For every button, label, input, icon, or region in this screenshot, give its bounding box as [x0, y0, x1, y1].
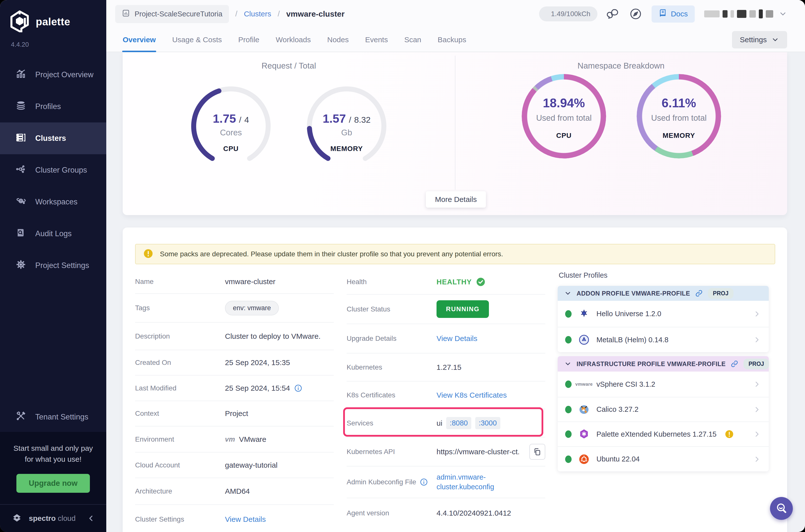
tab-workloads[interactable]: Workloads: [276, 28, 311, 52]
pack-status-dot: [565, 406, 572, 413]
chevron-right-icon: [753, 336, 761, 344]
detail-label: Environment: [135, 435, 225, 443]
breadcrumb-clusters-link[interactable]: Clusters: [244, 10, 271, 18]
tab-label: Profile: [238, 36, 260, 44]
link-icon[interactable]: [695, 289, 703, 297]
service-port-8080-link[interactable]: :8080: [446, 417, 471, 429]
detail-row-kubernetes: Kubernetes 1.27.15: [347, 354, 545, 381]
tab-scan[interactable]: Scan: [404, 28, 421, 52]
cluster-settings-view-details-link[interactable]: View Details: [225, 515, 266, 524]
sidebar-item-label: Workspaces: [35, 197, 77, 206]
redacted-block: [766, 10, 773, 18]
chevron-right-icon: [753, 380, 761, 388]
link-icon[interactable]: [730, 360, 739, 368]
warning-text: Some packs are deprecated. Please update…: [160, 250, 503, 258]
detail-label: Architecture: [135, 487, 225, 495]
profile-pack-hello-universe[interactable]: Hello Universe 1.2.0: [558, 301, 769, 327]
tab-usage-costs[interactable]: Usage & Costs: [172, 28, 222, 52]
sidebar-item-project-overview[interactable]: Project Overview: [0, 59, 106, 91]
info-icon[interactable]: [420, 478, 428, 486]
compass-explore-icon[interactable]: [629, 7, 642, 20]
chevron-right-icon: [753, 405, 761, 414]
user-account-menu[interactable]: [704, 10, 787, 18]
sidebar-item-profiles[interactable]: Profiles: [0, 91, 106, 122]
book-icon: [658, 9, 667, 19]
palette-logo-icon: [10, 11, 29, 33]
cpu-gauge-center: 1.75 / 4 Cores CPU: [189, 84, 273, 168]
admin-kubeconfig-download-link[interactable]: admin.vmware-cluster.kubeconfig: [437, 472, 494, 492]
tab-profile[interactable]: Profile: [238, 28, 260, 52]
sidebar-item-cluster-groups[interactable]: Cluster Groups: [0, 154, 106, 186]
detail-label: Context: [135, 410, 225, 418]
sidebar-item-workspaces[interactable]: Workspaces: [0, 186, 106, 218]
copy-icon[interactable]: [530, 444, 545, 460]
redacted-block: [737, 10, 746, 18]
pack-status-dot: [565, 431, 572, 438]
usage-quota-pill: 1.49/100kCh: [539, 6, 597, 21]
breadcrumb-current-page: vmware-cluster: [286, 10, 345, 19]
gear-icon: [15, 259, 26, 272]
detail-value: 25 Sep 2024, 15:54: [225, 384, 290, 393]
redacted-block: [723, 10, 728, 18]
detail-value: Project: [225, 409, 248, 418]
details-left-column: Name vmware-cluster Tags env: vmware Des…: [135, 270, 334, 532]
settings-button[interactable]: Settings: [732, 31, 787, 49]
project-selector-chip[interactable]: Project-ScaleSecureTutoria: [115, 5, 229, 23]
tab-label: Events: [365, 36, 388, 44]
tab-events[interactable]: Events: [365, 28, 388, 52]
chat-feedback-icon[interactable]: [607, 7, 620, 20]
upgrade-view-details-link[interactable]: View Details: [437, 334, 478, 343]
addon-profile-header[interactable]: ADDON PROFILE VMWARE-PROFILE PROJ: [558, 286, 769, 301]
cpu-gauge-value: 1.75: [213, 112, 236, 126]
pack-name: vSphere CSI 3.1.2: [596, 380, 655, 388]
deprecated-packs-warning: Some packs are deprecated. Please update…: [135, 244, 775, 264]
sidebar-item-clusters[interactable]: Clusters: [0, 122, 106, 154]
health-status: HEALTHY: [437, 278, 472, 286]
service-port-3000-link[interactable]: :3000: [475, 417, 500, 429]
sidebar-item-project-settings[interactable]: Project Settings: [0, 250, 106, 281]
chevron-down-icon: [564, 360, 572, 367]
footer-brand-primary: spectro: [29, 514, 56, 522]
sidebar-item-label: Project Settings: [35, 261, 89, 270]
infrastructure-profile-header[interactable]: INFRASTRUCTURE PROFILE VMWARE-PROFILE PR…: [558, 356, 769, 372]
details-middle-column: Health HEALTHY Cluster Status RUNNING Up…: [347, 270, 545, 528]
vmware-icon: vmware: [578, 378, 590, 390]
profile-pack-ubuntu[interactable]: Ubuntu 22.04: [558, 447, 769, 471]
cpu-gauge-unit: Cores: [220, 128, 242, 137]
detail-label: Health: [347, 278, 437, 286]
memory-gauge-label: MEMORY: [330, 145, 363, 153]
tab-nodes[interactable]: Nodes: [327, 28, 349, 52]
detail-label: Upgrade Details: [347, 335, 437, 342]
footer-brand: spectro cloud: [29, 514, 76, 522]
tab-backups[interactable]: Backups: [438, 28, 466, 52]
gauge-separator: /: [239, 115, 241, 125]
profile-pack-calico[interactable]: Calico 3.27.2: [558, 397, 769, 422]
pack-name: Calico 3.27.2: [596, 405, 638, 414]
app-version: 4.4.20: [0, 33, 106, 49]
profile-pack-vsphere-csi[interactable]: vmware vSphere CSI 3.1.2: [558, 372, 769, 397]
tab-label: Workloads: [276, 36, 311, 44]
namespace-breakdown-title: Namespace Breakdown: [578, 61, 665, 71]
chevron-right-icon: [753, 430, 761, 438]
tab-overview[interactable]: Overview: [123, 28, 156, 52]
view-k8s-certificates-link[interactable]: View K8s Certificates: [437, 391, 507, 399]
sidebar-item-audit-logs[interactable]: Audit Logs: [0, 218, 106, 250]
sidebar-item-label: Clusters: [35, 134, 66, 143]
upgrade-now-button[interactable]: Upgrade now: [16, 474, 90, 493]
settings-button-label: Settings: [740, 36, 767, 44]
detail-label: Kubernetes: [347, 363, 437, 371]
orbit-icon: [15, 195, 26, 208]
card-divider: [455, 56, 455, 190]
profile-pack-palette-extended-kubernetes[interactable]: Palette eXtended Kubernetes 1.27.15: [558, 422, 769, 447]
more-details-button[interactable]: More Details: [426, 191, 486, 208]
docs-button[interactable]: Docs: [652, 5, 695, 23]
magnifier-smile-icon: [775, 502, 788, 515]
collapse-sidebar-chevron-icon[interactable]: [87, 514, 95, 523]
sidebar-item-tenant-settings[interactable]: Tenant Settings: [0, 402, 106, 432]
detail-row-cluster-status: Cluster Status RUNNING: [347, 294, 545, 324]
info-icon[interactable]: [294, 384, 303, 393]
search-help-fab[interactable]: [770, 497, 793, 520]
profile-pack-metallb[interactable]: MetalLB (Helm) 0.14.8: [558, 327, 769, 352]
tab-label: Scan: [404, 36, 421, 44]
pack-name: MetalLB (Helm) 0.14.8: [596, 336, 668, 344]
